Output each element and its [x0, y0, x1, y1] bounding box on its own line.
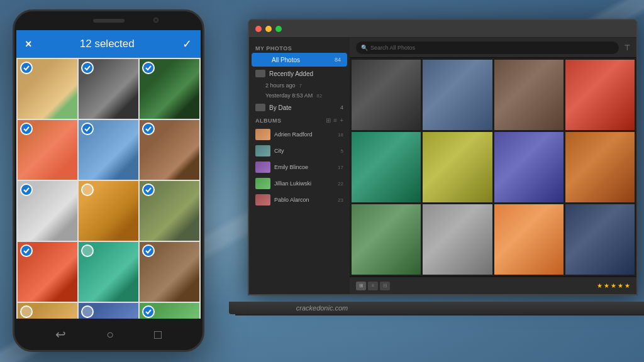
sidebar-subitem-2hours[interactable]: 2 hours ago 7	[249, 80, 350, 90]
laptop-photo-9[interactable]	[352, 204, 421, 275]
by-date-icon	[255, 104, 265, 111]
selection-count-label: 12 selected	[80, 38, 135, 50]
uncheck-indicator-14	[81, 305, 94, 318]
album-name-emily: Emily Blincoe	[274, 164, 334, 170]
laptop-device: MY PHOTOS All Photos 84 Recently Added 2…	[229, 19, 644, 346]
laptop-screen: MY PHOTOS All Photos 84 Recently Added 2…	[248, 19, 638, 295]
check-indicator-2	[81, 62, 94, 74]
2hours-count: 7	[299, 83, 302, 89]
phone-photo-9[interactable]	[140, 181, 199, 241]
laptop-photo-6[interactable]	[423, 132, 492, 202]
laptop-photo-4[interactable]	[565, 60, 635, 130]
check-indicator-6	[142, 123, 155, 135]
phone-photo-14[interactable]	[79, 303, 138, 319]
album-item-pablo[interactable]: Pablo Alarcon 23	[249, 192, 350, 208]
album-name-jillian: Jillian Lukiwski	[274, 180, 334, 187]
star-4: ★	[618, 282, 623, 289]
yesterday-count: 82	[316, 93, 322, 99]
sidebar-subitem-yesterday[interactable]: Yesterday 8:53 AM 82	[249, 90, 350, 101]
album-name-pablo: Pablo Alarcon	[274, 197, 334, 203]
recents-nav-icon[interactable]: □	[154, 327, 162, 342]
laptop-photo-7[interactable]	[494, 132, 564, 202]
yesterday-label: Yesterday 8:53 AM	[265, 92, 313, 99]
back-nav-icon[interactable]: ↩	[55, 327, 66, 342]
album-item-adrien[interactable]: Adrien Radford 18	[249, 126, 350, 143]
album-count-pablo: 23	[338, 197, 343, 203]
main-toolbar: 🔍 Search All Photos ⊤	[350, 38, 636, 58]
phone-photo-7[interactable]	[18, 181, 77, 241]
album-item-jillian[interactable]: Jillian Lukiwski 22	[249, 175, 350, 192]
laptop-photo-11[interactable]	[494, 204, 564, 275]
my-photos-section-title: MY PHOTOS	[249, 43, 350, 53]
star-2: ★	[604, 282, 609, 289]
album-count-adrien: 18	[338, 132, 343, 138]
laptop-base	[229, 302, 644, 314]
phone-photo-3[interactable]	[140, 59, 199, 119]
mac-window: MY PHOTOS All Photos 84 Recently Added 2…	[249, 20, 636, 294]
phone-photo-15[interactable]	[140, 303, 199, 319]
laptop-photo-3[interactable]	[494, 60, 564, 130]
album-count-jillian: 22	[338, 181, 343, 187]
star-1: ★	[597, 282, 602, 289]
phone-photo-13[interactable]	[18, 303, 77, 319]
close-dot[interactable]	[255, 26, 262, 32]
phone-photo-1[interactable]	[18, 59, 77, 119]
phone-photo-2[interactable]	[79, 59, 138, 119]
search-bar[interactable]: 🔍 Search All Photos	[356, 41, 619, 54]
star-rating[interactable]: ★ ★ ★ ★ ★	[597, 282, 630, 289]
phone-photo-8[interactable]	[79, 181, 138, 241]
confirm-button[interactable]: ✓	[182, 37, 192, 51]
laptop-photo-12[interactable]	[565, 204, 635, 275]
phone-photo-grid	[16, 58, 201, 319]
laptop-photo-8[interactable]	[565, 132, 635, 202]
album-thumb-adrien	[255, 129, 270, 140]
albums-add-icon[interactable]: +	[340, 117, 343, 124]
phone-photo-6[interactable]	[140, 120, 199, 180]
laptop-photo-5[interactable]	[352, 132, 421, 202]
phone-device: × 12 selected ✓	[13, 9, 204, 355]
check-indicator-1	[20, 62, 33, 74]
list-view-button[interactable]: ≡	[368, 282, 378, 290]
recently-added-label: Recently Added	[269, 70, 343, 77]
view-toggle-icons: ⊞ ≡ ⊟	[356, 282, 390, 290]
sidebar-item-all-photos[interactable]: All Photos 84	[252, 53, 347, 67]
recently-added-icon	[255, 70, 265, 77]
all-photos-label: All Photos	[272, 57, 331, 63]
uncheck-indicator-11	[81, 244, 94, 257]
laptop-photo-1[interactable]	[352, 60, 421, 130]
detail-view-button[interactable]: ⊟	[380, 282, 390, 290]
main-photo-area: 🔍 Search All Photos ⊤	[350, 38, 636, 294]
laptop-photo-10[interactable]	[423, 204, 492, 275]
album-item-city[interactable]: City 5	[249, 143, 350, 159]
phone-photo-5[interactable]	[79, 120, 138, 180]
sidebar-item-recently-added[interactable]: Recently Added	[249, 67, 350, 80]
grid-view-button[interactable]: ⊞	[356, 282, 366, 290]
laptop-photo-2[interactable]	[423, 60, 492, 130]
minimize-dot[interactable]	[265, 26, 272, 32]
sidebar-item-by-date[interactable]: By Date 4	[249, 101, 350, 114]
album-name-adrien: Adrien Radford	[274, 131, 334, 138]
filter-icon[interactable]: ⊤	[624, 43, 630, 52]
close-button[interactable]: ×	[25, 38, 32, 51]
phone-speaker	[93, 19, 125, 23]
all-photos-icon	[258, 56, 268, 63]
fullscreen-dot[interactable]	[275, 26, 282, 32]
check-indicator-7	[20, 184, 33, 196]
album-item-emily[interactable]: Emily Blincoe 17	[249, 159, 350, 175]
albums-grid-icon[interactable]: ⊞	[326, 117, 331, 124]
phone-photo-12[interactable]	[140, 242, 199, 302]
home-nav-icon[interactable]: ○	[106, 327, 114, 342]
album-count-city: 5	[341, 148, 343, 154]
phone-photo-4[interactable]	[18, 120, 77, 180]
check-indicator-4	[20, 123, 33, 135]
uncheck-indicator-13	[20, 305, 33, 318]
phone-photo-11[interactable]	[79, 242, 138, 302]
albums-list-icon[interactable]: ≡	[333, 117, 337, 124]
album-thumb-emily	[255, 162, 270, 173]
phone-nav-bar: ↩ ○ □	[16, 319, 201, 350]
all-photos-count: 84	[335, 57, 341, 63]
phone-photo-10[interactable]	[18, 242, 77, 302]
phone-topbar: × 12 selected ✓	[16, 30, 201, 58]
main-bottom-bar: ⊞ ≡ ⊟ ★ ★ ★	[350, 277, 636, 294]
mac-titlebar	[249, 20, 636, 38]
